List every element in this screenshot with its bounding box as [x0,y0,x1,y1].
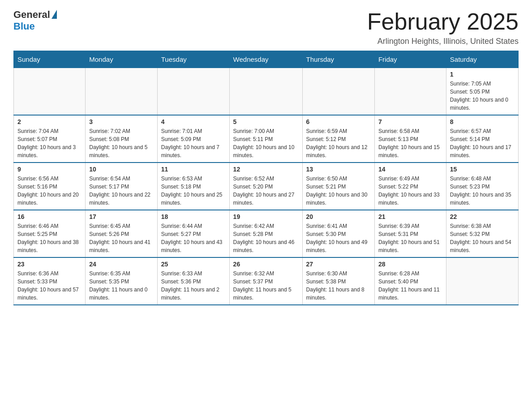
calendar-cell: 3Sunrise: 7:02 AMSunset: 5:08 PMDaylight… [86,115,158,163]
day-number: 28 [378,261,442,268]
calendar-cell [446,257,518,305]
title-area: February 2025 Arlington Heights, Illinoi… [367,9,519,46]
calendar-cell: 7Sunrise: 6:58 AMSunset: 5:13 PMDaylight… [374,115,446,163]
calendar-cell: 15Sunrise: 6:48 AMSunset: 5:23 PMDayligh… [446,163,518,210]
day-info: Sunrise: 6:48 AMSunset: 5:23 PMDaylight:… [450,175,515,207]
calendar-cell: 19Sunrise: 6:42 AMSunset: 5:28 PMDayligh… [229,210,302,257]
header: General Blue February 2025 Arlington Hei… [13,9,519,46]
calendar-cell: 21Sunrise: 6:39 AMSunset: 5:31 PMDayligh… [374,210,446,257]
day-number: 24 [89,261,154,268]
calendar-cell: 20Sunrise: 6:41 AMSunset: 5:30 PMDayligh… [302,210,374,257]
day-number: 13 [306,166,371,173]
day-info: Sunrise: 6:49 AMSunset: 5:22 PMDaylight:… [378,175,442,207]
calendar-cell: 13Sunrise: 6:50 AMSunset: 5:21 PMDayligh… [302,163,374,210]
calendar-cell [14,68,86,116]
day-number: 18 [161,213,226,220]
day-info: Sunrise: 7:01 AMSunset: 5:09 PMDaylight:… [161,127,226,159]
day-number: 22 [450,213,515,220]
day-info: Sunrise: 7:04 AMSunset: 5:07 PMDaylight:… [17,127,82,159]
calendar-week-row: 16Sunrise: 6:46 AMSunset: 5:25 PMDayligh… [14,210,519,257]
calendar-cell [157,68,229,116]
logo-top: General [13,9,57,21]
day-info: Sunrise: 6:35 AMSunset: 5:35 PMDaylight:… [89,270,154,302]
day-info: Sunrise: 6:57 AMSunset: 5:14 PMDaylight:… [450,127,515,159]
day-number: 7 [378,118,442,125]
calendar-week-row: 23Sunrise: 6:36 AMSunset: 5:33 PMDayligh… [14,257,519,305]
day-info: Sunrise: 6:32 AMSunset: 5:37 PMDaylight:… [233,270,299,302]
day-info: Sunrise: 6:33 AMSunset: 5:36 PMDaylight:… [161,270,226,302]
calendar-cell: 24Sunrise: 6:35 AMSunset: 5:35 PMDayligh… [86,257,158,305]
calendar-cell: 22Sunrise: 6:38 AMSunset: 5:32 PMDayligh… [446,210,518,257]
day-info: Sunrise: 6:42 AMSunset: 5:28 PMDaylight:… [233,222,299,254]
day-number: 14 [378,166,442,173]
calendar-cell: 4Sunrise: 7:01 AMSunset: 5:09 PMDaylight… [157,115,229,163]
day-info: Sunrise: 6:56 AMSunset: 5:16 PMDaylight:… [17,175,82,207]
day-info: Sunrise: 7:02 AMSunset: 5:08 PMDaylight:… [89,127,154,159]
day-number: 3 [89,118,154,125]
day-info: Sunrise: 7:05 AMSunset: 5:05 PMDaylight:… [450,80,515,112]
header-saturday: Saturday [446,51,518,68]
logo-general-text: General [13,9,50,21]
day-info: Sunrise: 6:44 AMSunset: 5:27 PMDaylight:… [161,222,226,254]
day-info: Sunrise: 6:28 AMSunset: 5:40 PMDaylight:… [378,270,442,302]
day-number: 4 [161,118,226,125]
header-tuesday: Tuesday [157,51,229,68]
day-info: Sunrise: 6:36 AMSunset: 5:33 PMDaylight:… [17,270,82,302]
calendar-cell: 11Sunrise: 6:53 AMSunset: 5:18 PMDayligh… [157,163,229,210]
calendar-cell: 18Sunrise: 6:44 AMSunset: 5:27 PMDayligh… [157,210,229,257]
day-number: 8 [450,118,515,125]
calendar-cell: 1Sunrise: 7:05 AMSunset: 5:05 PMDaylight… [446,68,518,116]
calendar-cell: 16Sunrise: 6:46 AMSunset: 5:25 PMDayligh… [14,210,86,257]
calendar-cell: 23Sunrise: 6:36 AMSunset: 5:33 PMDayligh… [14,257,86,305]
calendar-cell: 14Sunrise: 6:49 AMSunset: 5:22 PMDayligh… [374,163,446,210]
day-number: 9 [17,166,82,173]
calendar-cell [229,68,302,116]
calendar-cell: 25Sunrise: 6:33 AMSunset: 5:36 PMDayligh… [157,257,229,305]
calendar-cell: 5Sunrise: 7:00 AMSunset: 5:11 PMDaylight… [229,115,302,163]
calendar-week-row: 1Sunrise: 7:05 AMSunset: 5:05 PMDaylight… [14,68,519,116]
day-info: Sunrise: 6:38 AMSunset: 5:32 PMDaylight:… [450,222,515,254]
day-info: Sunrise: 6:52 AMSunset: 5:20 PMDaylight:… [233,175,299,207]
day-number: 19 [233,213,299,220]
calendar-week-row: 9Sunrise: 6:56 AMSunset: 5:16 PMDaylight… [14,163,519,210]
day-number: 2 [17,118,82,125]
calendar-header-row: SundayMondayTuesdayWednesdayThursdayFrid… [14,51,519,68]
day-number: 16 [17,213,82,220]
header-thursday: Thursday [302,51,374,68]
calendar-cell: 12Sunrise: 6:52 AMSunset: 5:20 PMDayligh… [229,163,302,210]
logo-blue-text: Blue [13,21,35,32]
day-number: 23 [17,261,82,268]
day-info: Sunrise: 6:41 AMSunset: 5:30 PMDaylight:… [306,222,371,254]
calendar-cell: 8Sunrise: 6:57 AMSunset: 5:14 PMDaylight… [446,115,518,163]
calendar-cell: 9Sunrise: 6:56 AMSunset: 5:16 PMDaylight… [14,163,86,210]
day-number: 12 [233,166,299,173]
calendar-cell: 10Sunrise: 6:54 AMSunset: 5:17 PMDayligh… [86,163,158,210]
day-number: 1 [450,71,515,78]
day-number: 15 [450,166,515,173]
calendar-cell [86,68,158,116]
day-info: Sunrise: 6:45 AMSunset: 5:26 PMDaylight:… [89,222,154,254]
day-info: Sunrise: 6:30 AMSunset: 5:38 PMDaylight:… [306,270,371,302]
calendar-cell: 2Sunrise: 7:04 AMSunset: 5:07 PMDaylight… [14,115,86,163]
header-sunday: Sunday [14,51,86,68]
logo: General Blue [13,9,57,32]
day-info: Sunrise: 6:59 AMSunset: 5:12 PMDaylight:… [306,127,371,159]
day-info: Sunrise: 6:39 AMSunset: 5:31 PMDaylight:… [378,222,442,254]
header-friday: Friday [374,51,446,68]
day-info: Sunrise: 6:53 AMSunset: 5:18 PMDaylight:… [161,175,226,207]
header-monday: Monday [86,51,158,68]
day-number: 25 [161,261,226,268]
day-info: Sunrise: 6:58 AMSunset: 5:13 PMDaylight:… [378,127,442,159]
day-info: Sunrise: 7:00 AMSunset: 5:11 PMDaylight:… [233,127,299,159]
calendar-cell [374,68,446,116]
location-title: Arlington Heights, Illinois, United Stat… [367,37,519,46]
calendar-cell: 17Sunrise: 6:45 AMSunset: 5:26 PMDayligh… [86,210,158,257]
calendar-cell: 27Sunrise: 6:30 AMSunset: 5:38 PMDayligh… [302,257,374,305]
day-number: 21 [378,213,442,220]
day-number: 26 [233,261,299,268]
day-number: 10 [89,166,154,173]
day-number: 17 [89,213,154,220]
day-number: 20 [306,213,371,220]
month-title: February 2025 [367,9,519,34]
day-number: 6 [306,118,371,125]
